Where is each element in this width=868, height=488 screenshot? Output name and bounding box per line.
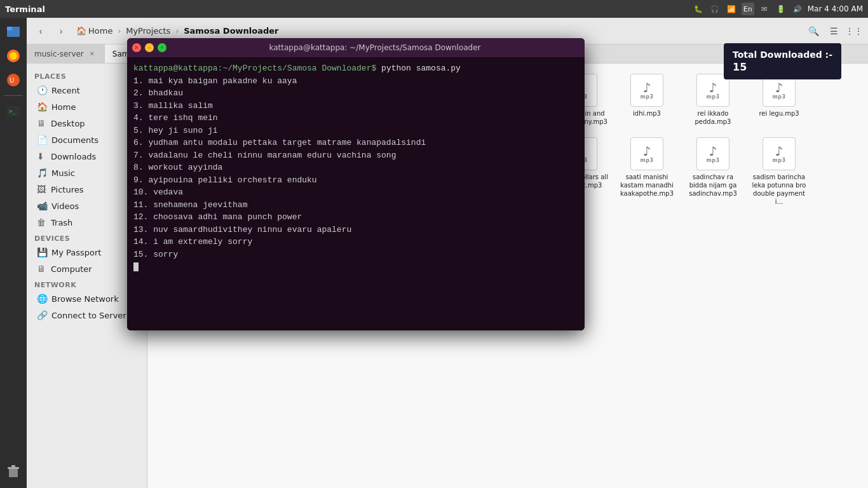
terminal-output-line: 10. vedava <box>133 186 578 199</box>
tab-music-server[interactable]: music-server ✕ <box>27 44 105 63</box>
tooltip-count: 15 <box>733 61 832 73</box>
sidebar-downloads-label: Downloads <box>51 152 96 161</box>
svg-rect-10 <box>11 465 15 467</box>
file-icon: ♪ mp3 <box>629 72 665 108</box>
window-close-button[interactable]: ✕ <box>132 43 141 52</box>
terminal-output-line: 13. nuv samardhudivithey ninnu evaru apa… <box>133 224 578 236</box>
dock-trash[interactable] <box>2 460 25 483</box>
dock: U >_ <box>0 18 27 488</box>
file-name: sadism barincha leka potunna bro double … <box>750 173 808 206</box>
system-time: Mar 4 4:00 AM <box>808 4 863 13</box>
file-name: rei legu.mp3 <box>759 109 799 118</box>
dock-firefox[interactable] <box>2 44 25 67</box>
svg-rect-1 <box>7 27 20 37</box>
system-bar-title: Terminal <box>5 4 45 14</box>
sidebar-browse-network-label: Browse Network <box>51 294 119 304</box>
more-button[interactable]: ⋮⋮ <box>845 22 863 40</box>
window-minimize-button[interactable]: − <box>145 43 154 52</box>
headphone-icon: 🎧 <box>709 3 721 15</box>
menu-button[interactable]: ☰ <box>825 22 843 40</box>
terminal-command: python samosa.py <box>381 64 461 73</box>
downloads-icon: ⬇ <box>37 151 47 161</box>
tab-music-server-close[interactable]: ✕ <box>88 50 97 58</box>
forward-button[interactable]: › <box>52 22 70 40</box>
file-name: sadinchav ra bidda nijam ga sadinchav.mp… <box>684 173 742 198</box>
terminal-output-line: 12. choosava adhi mana punch power <box>133 211 578 224</box>
terminal-output-line: 4. tere ishq mein <box>133 112 578 125</box>
passport-icon: 💾 <box>37 247 48 257</box>
terminal-prompt: kattappa@kattappa:~/MyProjects/Samosa Do… <box>133 64 376 73</box>
terminal-window: ✕ − + kattappa@kattappa: ~/MyProjects/Sa… <box>127 38 585 330</box>
list-item[interactable]: ♪ mp3 idhi.mp3 <box>615 69 679 130</box>
sidebar-desktop-label: Desktop <box>51 119 85 128</box>
system-bar: Terminal 🐛 🎧 📶 En ✉ 🔋 🔊 Mar 4 4:00 AM <box>0 0 868 18</box>
music-icon: 🎵 <box>37 168 48 178</box>
recent-icon: 🕐 <box>37 85 48 95</box>
bug-icon: 🐛 <box>692 3 705 15</box>
svg-text:>_: >_ <box>9 108 16 114</box>
terminal-output-line: 2. bhadkau <box>133 87 578 100</box>
file-icon: ♪ mp3 <box>629 136 665 172</box>
terminal-titlebar: ✕ − + kattappa@kattappa: ~/MyProjects/Sa… <box>127 38 585 57</box>
documents-icon: 📄 <box>37 135 48 145</box>
tab-music-server-label: music-server <box>34 50 84 58</box>
sidebar-connect-server-label: Connect to Server <box>51 311 126 320</box>
sidebar-videos-label: Videos <box>51 201 79 211</box>
download-tooltip: Total Downloaded :- 15 <box>724 43 841 79</box>
breadcrumb-current[interactable]: Samosa Downloader <box>180 24 282 37</box>
pictures-icon: 🖼 <box>37 184 47 194</box>
file-icon: ♪ mp3 <box>695 136 731 172</box>
search-button[interactable]: 🔍 <box>804 22 822 40</box>
terminal-output-line: 11. snehamena jeevitham <box>133 199 578 212</box>
terminal-output-line: 14. i am extremely sorry <box>133 236 578 248</box>
terminal-output-line: 3. mallika salim <box>133 100 578 112</box>
terminal-output-line: 15. sorry <box>133 248 578 261</box>
sidebar-pictures-label: Pictures <box>51 185 83 194</box>
dock-ubuntu[interactable]: U <box>2 69 25 92</box>
browse-network-icon: 🌐 <box>37 294 48 304</box>
svg-text:U: U <box>10 77 14 84</box>
list-item[interactable]: ♪ mp3 sadism barincha leka potunna bro d… <box>747 132 811 210</box>
dock-files[interactable] <box>2 20 25 43</box>
email-icon: ✉ <box>758 3 771 15</box>
connect-server-icon: 🔗 <box>37 310 48 320</box>
sidebar-music-label: Music <box>51 168 75 178</box>
dock-terminal[interactable]: >_ <box>2 100 25 123</box>
home-icon: 🏠 <box>37 102 48 112</box>
file-name: rei ikkado pedda.mp3 <box>684 109 742 126</box>
videos-icon: 📹 <box>37 201 48 211</box>
volume-icon: 🔊 <box>791 3 804 15</box>
svg-point-3 <box>10 52 17 60</box>
wifi-icon: 📶 <box>725 3 738 15</box>
sidebar-passport-label: My Passport <box>51 248 101 257</box>
sidebar-home-label: Home <box>51 102 76 112</box>
breadcrumb-home[interactable]: 🏠 Home <box>72 24 116 37</box>
terminal-output-line: 6. yudham antu modalu pettaka target mat… <box>133 137 578 149</box>
breadcrumb-myprojects[interactable]: MyProjects <box>122 24 174 37</box>
sidebar-recent-label: Recent <box>51 86 80 95</box>
terminal-output-line: 5. hey ji suno ji <box>133 125 578 137</box>
desktop-icon: 🖥 <box>37 118 47 128</box>
breadcrumb: 🏠 Home › MyProjects › Samosa Downloader <box>72 24 802 37</box>
file-name: saati manishi kastam manadhi kaakapothe.… <box>618 173 676 198</box>
battery-icon: 🔋 <box>775 3 787 15</box>
terminal-cursor <box>133 262 139 271</box>
dock-divider <box>4 95 23 96</box>
svg-rect-8 <box>9 468 18 477</box>
list-item[interactable]: ♪ mp3 sadinchav ra bidda nijam ga sadinc… <box>681 132 745 210</box>
fm-toolbar-right: 🔍 ☰ ⋮⋮ <box>804 22 863 40</box>
computer-icon: 🖥 <box>37 264 47 274</box>
sidebar-computer-label: Computer <box>51 264 92 274</box>
system-bar-left: Terminal <box>5 4 45 14</box>
list-item[interactable]: ♪ mp3 saati manishi kastam manadhi kaaka… <box>615 132 679 210</box>
terminal-output-line: 9. ayipouina pelliki orchestra enduku <box>133 174 578 187</box>
tooltip-label: Total Downloaded :- <box>733 50 832 60</box>
sidebar-documents-label: Documents <box>51 135 98 145</box>
terminal-output-line: 8. workout ayyinda <box>133 161 578 174</box>
terminal-body[interactable]: kattappa@kattappa:~/MyProjects/Samosa Do… <box>127 57 585 330</box>
lang-indicator[interactable]: En <box>742 3 754 15</box>
terminal-output-line: 7. vadalanu le cheli ninnu maranam eduru… <box>133 149 578 162</box>
window-maximize-button[interactable]: + <box>158 43 166 52</box>
back-button[interactable]: ‹ <box>32 22 50 40</box>
file-name: idhi.mp3 <box>633 109 661 118</box>
